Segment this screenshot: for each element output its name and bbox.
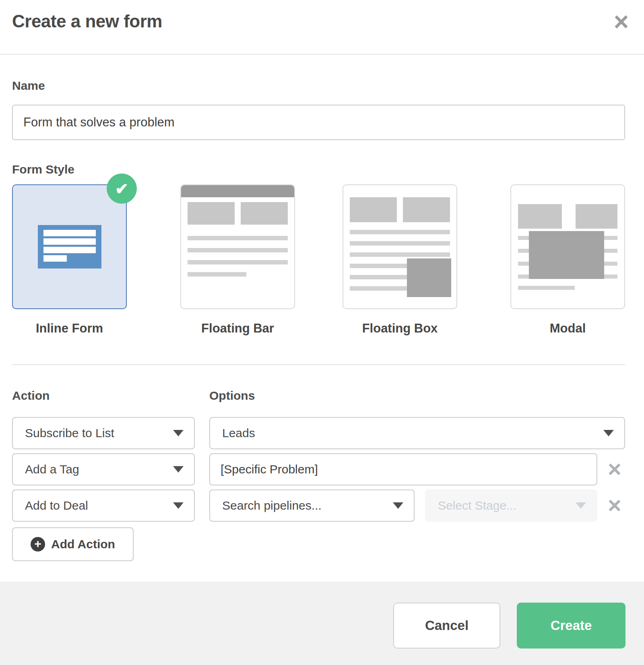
- form-style-label: Form Style: [12, 163, 74, 176]
- tag-input[interactable]: [209, 453, 597, 485]
- header-divider: [0, 54, 644, 55]
- form-style-option-floating-box[interactable]: [343, 184, 457, 309]
- stage-select-disabled[interactable]: Select Stage...: [425, 489, 597, 522]
- remove-row-icon[interactable]: ×: [605, 496, 624, 515]
- action-select-3[interactable]: Add to Deal: [12, 489, 195, 522]
- chevron-down-icon: [173, 466, 184, 473]
- form-name-input[interactable]: [12, 105, 625, 140]
- chevron-down-icon: [603, 430, 614, 436]
- remove-row-icon[interactable]: ×: [605, 460, 624, 479]
- chevron-down-icon: [173, 502, 184, 509]
- action-select-2[interactable]: Add a Tag: [12, 453, 195, 485]
- create-form-modal: Create a new form × Name Form Style ✔: [0, 0, 644, 665]
- floating-box-preview-icon: [343, 197, 456, 291]
- page-title: Create a new form: [12, 11, 162, 31]
- chevron-down-icon: [576, 502, 586, 509]
- cancel-button[interactable]: Cancel: [393, 603, 500, 648]
- form-style-label-modal: Modal: [510, 321, 625, 336]
- add-action-button[interactable]: + Add Action: [12, 527, 134, 561]
- option-select-list[interactable]: Leads: [209, 417, 625, 449]
- form-style-label-floating-bar: Floating Bar: [180, 321, 295, 336]
- chevron-down-icon: [173, 430, 184, 436]
- form-style-option-modal[interactable]: [510, 184, 625, 309]
- floating-bar-preview-icon: [181, 185, 294, 277]
- selected-check-icon: ✔: [107, 173, 137, 204]
- chevron-down-icon: [393, 502, 403, 509]
- stage-select-placeholder: Select Stage...: [438, 499, 516, 512]
- section-divider: [12, 364, 625, 365]
- action-select-1[interactable]: Subscribe to List: [12, 417, 195, 449]
- action-select-2-value: Add a Tag: [25, 463, 79, 476]
- form-style-option-inline-form[interactable]: ✔: [12, 184, 127, 309]
- option-select-list-value: Leads: [222, 426, 255, 440]
- inline-form-preview-icon: [38, 225, 101, 268]
- create-button[interactable]: Create: [517, 603, 625, 648]
- action-select-3-value: Add to Deal: [25, 499, 88, 512]
- plus-icon: +: [31, 537, 45, 551]
- form-style-option-floating-bar[interactable]: [180, 184, 295, 309]
- name-label: Name: [12, 79, 45, 93]
- pipeline-select[interactable]: Search pipelines...: [209, 489, 415, 522]
- form-style-label-inline-form: Inline Form: [12, 321, 127, 336]
- options-column-label: Options: [209, 389, 255, 403]
- action-select-1-value: Subscribe to List: [25, 426, 114, 440]
- add-action-label: Add Action: [51, 537, 115, 551]
- modal-preview-icon: [511, 204, 624, 290]
- pipeline-select-value: Search pipelines...: [222, 499, 322, 512]
- action-column-label: Action: [12, 389, 50, 403]
- close-icon[interactable]: ×: [614, 9, 629, 35]
- form-style-label-floating-box: Floating Box: [343, 321, 457, 336]
